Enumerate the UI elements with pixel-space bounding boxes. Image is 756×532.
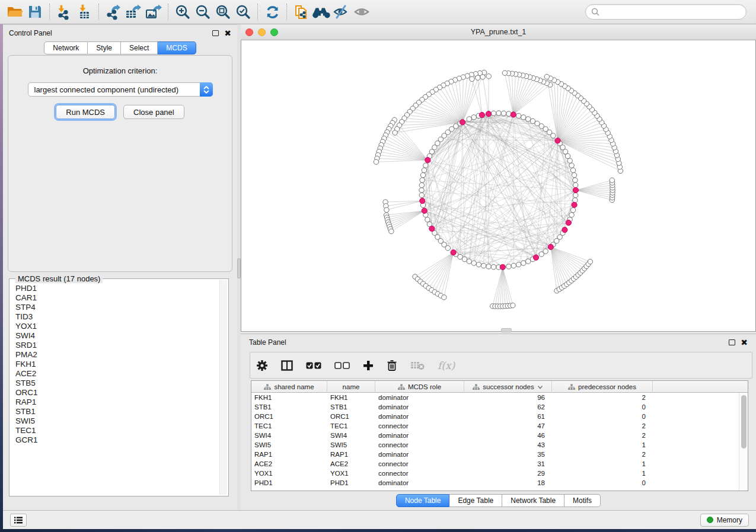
import-network-button[interactable] xyxy=(54,2,74,21)
open-button[interactable] xyxy=(5,2,25,21)
table-cell[interactable]: ACE2 xyxy=(251,460,327,467)
column-header-successor-nodes[interactable]: successor nodes xyxy=(464,381,552,393)
graph-node[interactable] xyxy=(419,188,424,193)
graph-node[interactable] xyxy=(384,207,389,212)
close-panel-button[interactable]: Close panel xyxy=(123,105,184,119)
table-row[interactable]: SWI5SWI5connector431 xyxy=(251,440,739,450)
add-column-icon[interactable] xyxy=(363,360,374,371)
graph-node[interactable] xyxy=(569,163,574,168)
tab-network[interactable]: Network xyxy=(44,41,88,55)
mcds-result-item[interactable]: ORC1 xyxy=(15,388,219,398)
graph-hub-node[interactable] xyxy=(533,255,538,260)
table-cell[interactable]: 18 xyxy=(464,479,552,486)
tab-select[interactable]: Select xyxy=(121,41,158,55)
table-cell[interactable]: 47 xyxy=(464,422,552,430)
graph-node[interactable] xyxy=(374,159,378,164)
run-mcds-button[interactable]: Run MCDS xyxy=(56,105,115,119)
table-cell[interactable]: dominator xyxy=(375,394,464,401)
graph-hub-node[interactable] xyxy=(451,250,456,255)
mcds-result-item[interactable]: PHD1 xyxy=(15,284,219,293)
graph-node[interactable] xyxy=(491,265,496,270)
mcds-result-item[interactable]: TID3 xyxy=(15,312,219,322)
network-canvas[interactable] xyxy=(241,40,756,332)
table-cell[interactable]: ACE2 xyxy=(327,460,375,467)
table-cell[interactable]: TEC1 xyxy=(327,422,375,430)
import-table-button[interactable] xyxy=(74,2,94,21)
table-cell[interactable]: SWI5 xyxy=(327,441,375,448)
table-cell[interactable]: 0 xyxy=(552,403,653,411)
table-cell[interactable]: 62 xyxy=(464,403,552,411)
mcds-result-item[interactable]: CAR1 xyxy=(15,293,219,303)
graph-node[interactable] xyxy=(425,217,430,222)
graph-node[interactable] xyxy=(445,246,450,251)
graph-node[interactable] xyxy=(442,295,446,300)
graph-node[interactable] xyxy=(530,118,535,123)
graph-node[interactable] xyxy=(420,178,425,182)
table-cell[interactable]: connector xyxy=(375,441,464,448)
graph-node[interactable] xyxy=(471,115,476,120)
zoom-fit-button[interactable] xyxy=(213,2,233,21)
graph-node[interactable] xyxy=(389,229,394,233)
table-cell[interactable]: FKH1 xyxy=(327,394,375,401)
mcds-result-item[interactable]: SWI5 xyxy=(15,416,219,426)
graph-node[interactable] xyxy=(544,74,549,79)
graph-node[interactable] xyxy=(480,75,485,79)
table-cell[interactable]: 96 xyxy=(464,394,552,401)
graph-hub-node[interactable] xyxy=(511,112,516,117)
table-cell[interactable]: dominator xyxy=(375,432,464,439)
graph-node[interactable] xyxy=(419,193,424,197)
mcds-result-item[interactable]: FKH1 xyxy=(15,360,219,369)
export-network-button[interactable] xyxy=(103,2,123,21)
graph-node[interactable] xyxy=(419,182,424,187)
zoom-out-button[interactable] xyxy=(193,2,213,21)
tab-style[interactable]: Style xyxy=(88,41,121,55)
graph-hub-node[interactable] xyxy=(555,138,560,143)
mcds-result-item[interactable]: ACE2 xyxy=(15,369,219,379)
table-cell[interactable]: 2 xyxy=(552,422,653,430)
column-header-MCDS-role[interactable]: MCDS role xyxy=(375,381,464,393)
table-cell[interactable]: STB1 xyxy=(251,403,327,411)
graph-node[interactable] xyxy=(526,259,531,264)
memory-button[interactable]: Memory xyxy=(700,514,749,527)
table-cell[interactable]: 46 xyxy=(464,432,552,439)
tab-edge-table[interactable]: Edge Table xyxy=(449,494,502,507)
graph-hub-node[interactable] xyxy=(460,120,465,125)
table-cell[interactable]: 2 xyxy=(552,432,653,439)
table-row[interactable]: RAP1RAP1dominator352 xyxy=(251,450,739,459)
table-cell[interactable]: 61 xyxy=(464,413,552,420)
graph-node[interactable] xyxy=(511,303,515,307)
mcds-result-item[interactable]: RAP1 xyxy=(15,398,219,407)
graph-node[interactable] xyxy=(486,74,491,79)
graph-node[interactable] xyxy=(422,168,426,172)
delete-column-icon[interactable] xyxy=(387,360,397,371)
table-cell[interactable]: 31 xyxy=(464,460,552,467)
settings-gear-icon[interactable] xyxy=(256,360,268,371)
graph-node[interactable] xyxy=(471,261,476,265)
graph-node[interactable] xyxy=(573,193,578,197)
graph-node[interactable] xyxy=(393,130,397,135)
graph-node[interactable] xyxy=(521,115,526,120)
graph-node[interactable] xyxy=(501,111,506,116)
graph-node[interactable] xyxy=(423,163,428,168)
graph-node[interactable] xyxy=(526,117,531,121)
table-cell[interactable]: 2 xyxy=(552,451,653,458)
mcds-result-item[interactable]: GCR1 xyxy=(15,435,219,445)
column-header-predecessor-nodes[interactable]: predecessor nodes xyxy=(552,381,653,393)
table-cell[interactable]: connector xyxy=(375,460,464,467)
table-cell[interactable]: 0 xyxy=(552,413,653,420)
graph-hub-node[interactable] xyxy=(486,111,491,117)
search-input[interactable] xyxy=(602,8,741,16)
graph-node[interactable] xyxy=(470,76,474,81)
graph-node[interactable] xyxy=(610,178,614,182)
table-row[interactable]: STB1STB1dominator620 xyxy=(251,402,739,412)
refresh-button[interactable] xyxy=(262,2,282,21)
graph-node[interactable] xyxy=(476,75,480,80)
table-cell[interactable]: FKH1 xyxy=(251,394,327,401)
graph-hub-node[interactable] xyxy=(548,244,553,249)
graph-node[interactable] xyxy=(467,117,471,121)
clone-network-button[interactable] xyxy=(291,2,311,21)
search-box[interactable] xyxy=(585,4,747,20)
graph-hub-node[interactable] xyxy=(500,264,505,270)
deselect-all-icon[interactable] xyxy=(334,362,350,369)
graph-hub-node[interactable] xyxy=(429,226,435,231)
